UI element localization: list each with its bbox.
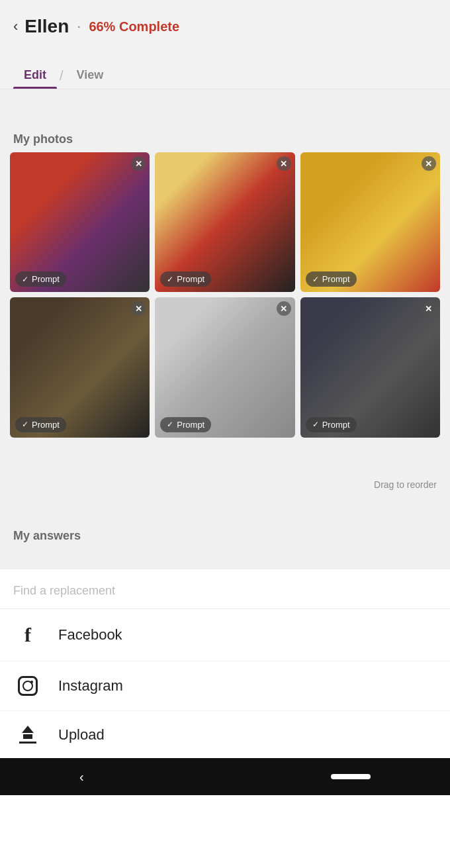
prompt-label-5: Prompt xyxy=(177,420,204,430)
nav-back-button[interactable]: ‹ xyxy=(79,769,84,785)
photo-close-3[interactable]: ✕ xyxy=(422,156,436,171)
option-upload[interactable]: Upload xyxy=(0,711,450,758)
photo-close-4[interactable]: ✕ xyxy=(131,301,146,316)
photo-prompt-5[interactable]: ✓ Prompt xyxy=(160,417,211,432)
photo-cell-5: ✕ ✓ Prompt xyxy=(155,297,294,437)
tab-edit[interactable]: Edit xyxy=(13,63,57,89)
nav-bar: ‹ xyxy=(0,758,450,795)
facebook-icon: f xyxy=(16,624,40,646)
photo-close-5[interactable]: ✕ xyxy=(277,301,291,316)
prompt-label-1: Prompt xyxy=(32,274,60,284)
prompt-check-1: ✓ xyxy=(22,275,28,284)
tab-view[interactable]: View xyxy=(66,63,114,89)
prompt-label-4: Prompt xyxy=(32,420,60,430)
upload-icon xyxy=(16,726,40,744)
photo-prompt-4[interactable]: ✓ Prompt xyxy=(15,417,66,432)
photo-prompt-6[interactable]: ✓ Prompt xyxy=(306,417,357,432)
nav-home-indicator[interactable] xyxy=(331,774,371,779)
prompt-label-2: Prompt xyxy=(177,274,204,284)
profile-name: Ellen xyxy=(24,16,69,37)
prompt-check-2: ✓ xyxy=(167,275,173,284)
upload-base-icon xyxy=(19,742,36,744)
background-overlay: ‹ Ellen · 66% Complete Edit / View My ph… xyxy=(0,0,450,569)
my-photos-label: My photos xyxy=(13,132,73,146)
header-separator: · xyxy=(77,18,81,35)
upload-rect-icon xyxy=(23,734,32,739)
prompt-check-5: ✓ xyxy=(167,420,173,429)
tab-bar: Edit / View xyxy=(0,53,450,89)
sheet-header: Find a replacement xyxy=(0,569,450,609)
prompt-check-3: ✓ xyxy=(312,275,319,284)
option-facebook[interactable]: f Facebook xyxy=(0,609,450,661)
instagram-label: Instagram xyxy=(58,677,123,695)
photo-cell-4: ✕ ✓ Prompt xyxy=(10,297,150,437)
photo-prompt-3[interactable]: ✓ Prompt xyxy=(306,271,357,287)
prompt-label-3: Prompt xyxy=(322,274,350,284)
bottom-sheet: Find a replacement f Facebook Instagram … xyxy=(0,569,450,758)
sheet-title: Find a replacement xyxy=(13,584,115,597)
back-button[interactable]: ‹ xyxy=(13,18,18,35)
photo-cell-3: ✕ ✓ Prompt xyxy=(300,152,440,292)
instagram-icon xyxy=(16,676,40,696)
header: ‹ Ellen · 66% Complete xyxy=(0,0,450,53)
upload-label: Upload xyxy=(58,726,105,744)
upload-arrow-icon xyxy=(22,726,34,733)
photo-cell-6: ✕ ✓ Prompt xyxy=(300,297,440,437)
prompt-check-4: ✓ xyxy=(22,420,28,429)
tab-divider: / xyxy=(57,68,66,89)
prompt-check-6: ✓ xyxy=(312,420,319,429)
prompt-label-6: Prompt xyxy=(322,420,350,430)
photo-grid: ✕ ✓ Prompt ✕ ✓ Prompt ✕ ✓ Prompt ✕ xyxy=(10,152,440,438)
option-instagram[interactable]: Instagram xyxy=(0,661,450,711)
drag-hint: Drag to reorder xyxy=(374,479,437,490)
facebook-label: Facebook xyxy=(58,626,122,644)
photo-close-2[interactable]: ✕ xyxy=(277,156,291,171)
photo-prompt-1[interactable]: ✓ Prompt xyxy=(15,271,66,287)
photo-close-6[interactable]: ✕ xyxy=(422,301,436,316)
photo-prompt-2[interactable]: ✓ Prompt xyxy=(160,271,211,287)
photo-cell-1: ✕ ✓ Prompt xyxy=(10,152,150,292)
my-answers-label: My answers xyxy=(13,529,81,543)
photo-close-1[interactable]: ✕ xyxy=(131,156,146,171)
photo-cell-2: ✕ ✓ Prompt xyxy=(155,152,294,292)
completion-status: 66% Complete xyxy=(89,19,179,34)
